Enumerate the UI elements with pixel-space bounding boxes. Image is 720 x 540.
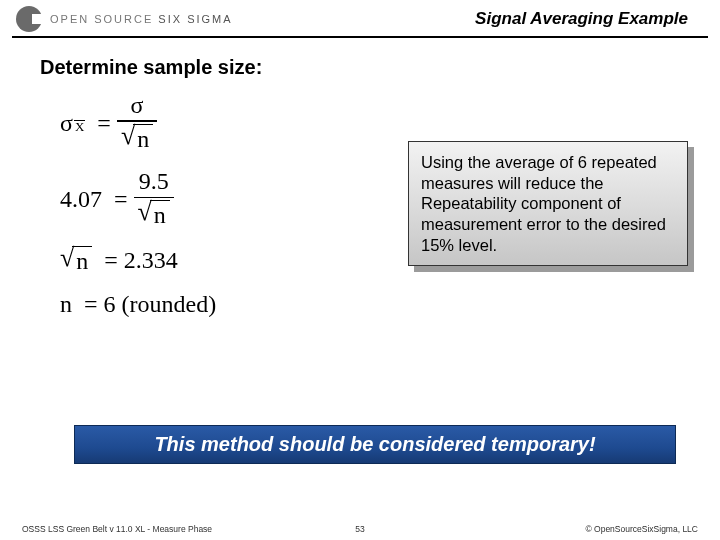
fraction-9p5-over-rootn: 9.5 √ n bbox=[134, 169, 174, 229]
brand-part1: OPEN SOURCE bbox=[50, 13, 153, 25]
section-heading: Determine sample size: bbox=[0, 38, 720, 79]
callout-text: Using the average of 6 repeated measures… bbox=[408, 141, 688, 266]
slide-header: OPEN SOURCE SIX SIGMA Signal Averaging E… bbox=[0, 0, 720, 34]
equation-2: 4.07 = 9.5 √ n bbox=[60, 169, 320, 229]
equation-4: n = 6 (rounded) bbox=[60, 292, 320, 317]
equations-block: σX = σ √ n 4.07 = 9.5 bbox=[60, 93, 320, 317]
sigma-xbar: σX bbox=[60, 111, 85, 136]
fraction-sigma-over-rootn: σ √ n bbox=[117, 93, 157, 153]
slide-footer: OSSS LSS Green Belt v 11.0 XL - Measure … bbox=[0, 524, 720, 534]
footer-left: OSSS LSS Green Belt v 11.0 XL - Measure … bbox=[22, 524, 212, 534]
sqrt-n-1: √ n bbox=[121, 124, 153, 154]
callout-box: Using the average of 6 repeated measures… bbox=[408, 141, 688, 266]
brand-logo-icon bbox=[16, 6, 42, 32]
equation-3: √ n = 2.334 bbox=[60, 246, 320, 276]
brand-text: OPEN SOURCE SIX SIGMA bbox=[50, 13, 233, 25]
page-number: 53 bbox=[355, 524, 364, 534]
sqrt-n-2: √ n bbox=[138, 200, 170, 230]
warning-banner-wrap: This method should be considered tempora… bbox=[74, 425, 676, 464]
sqrt-n-3: √ n bbox=[60, 246, 92, 276]
warning-banner: This method should be considered tempora… bbox=[74, 425, 676, 464]
equation-1: σX = σ √ n bbox=[60, 93, 320, 153]
brand-part2: SIX SIGMA bbox=[158, 13, 232, 25]
footer-copyright: © OpenSourceSixSigma, LLC bbox=[585, 524, 698, 534]
slide-title: Signal Averaging Example bbox=[475, 9, 704, 29]
content-area: σX = σ √ n 4.07 = 9.5 bbox=[0, 79, 720, 389]
